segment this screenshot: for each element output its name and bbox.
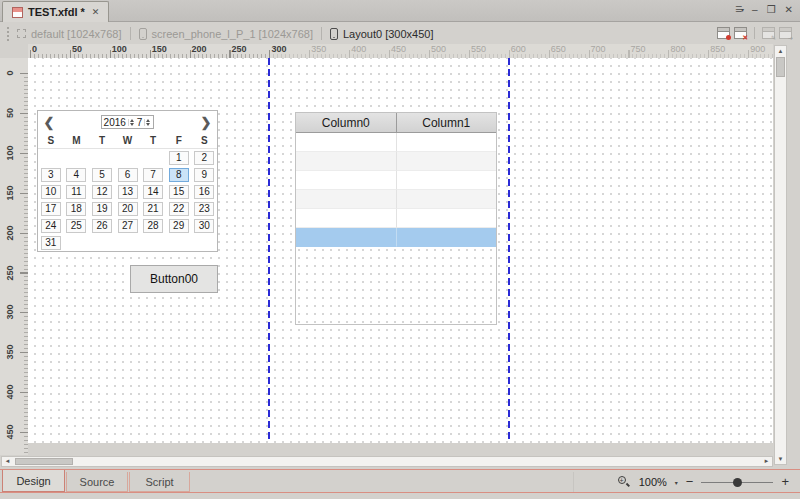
calendar-date-cell[interactable]: 25 xyxy=(64,217,90,234)
calendar-date-cell[interactable]: 26 xyxy=(89,217,115,234)
calendar-date-cell[interactable]: 31 xyxy=(38,234,64,251)
calendar-date[interactable]: 18 xyxy=(66,202,86,216)
grid-cell[interactable] xyxy=(296,228,397,247)
calendar-date-cell[interactable]: 6 xyxy=(115,166,141,183)
calendar-date-cell[interactable]: 22 xyxy=(166,200,192,217)
calendar-date[interactable]: 21 xyxy=(143,202,163,216)
minimize-button[interactable]: – xyxy=(752,4,758,16)
grid-cell[interactable] xyxy=(397,152,497,171)
scroll-right-icon[interactable]: ► xyxy=(761,457,772,466)
add-layout-button[interactable] xyxy=(717,27,730,39)
view-tab-design[interactable]: Design xyxy=(2,470,65,492)
calendar-date[interactable]: 23 xyxy=(194,202,214,216)
calendar-date-cell[interactable]: 10 xyxy=(38,183,64,200)
calendar-date-cell[interactable]: 13 xyxy=(115,183,141,200)
calendar-date[interactable]: 13 xyxy=(118,185,138,199)
calendar-date[interactable]: 11 xyxy=(66,185,86,199)
calendar-date-cell[interactable]: 5 xyxy=(89,166,115,183)
horizontal-scrollbar[interactable]: ◄ ► xyxy=(1,456,773,467)
calendar-spin-box[interactable]: 2016 7 xyxy=(101,115,155,129)
calendar-date-cell[interactable]: 11 xyxy=(64,183,90,200)
button00-widget[interactable]: Button00 xyxy=(130,265,218,293)
vertical-scrollbar[interactable]: ▲ ▼ xyxy=(774,45,787,465)
calendar-date[interactable]: 19 xyxy=(92,202,112,216)
calendar-date[interactable]: 27 xyxy=(118,219,138,233)
calendar-date-cell[interactable]: 19 xyxy=(89,200,115,217)
calendar-date[interactable]: 20 xyxy=(118,202,138,216)
calendar-date[interactable]: 12 xyxy=(92,185,112,199)
calendar-date-cell[interactable]: 29 xyxy=(166,217,192,234)
view-tab-source[interactable]: Source xyxy=(66,472,128,492)
grid-cell[interactable] xyxy=(397,228,497,247)
calendar-date[interactable]: 6 xyxy=(118,168,138,182)
calendar-date-cell[interactable]: 21 xyxy=(140,200,166,217)
calendar-date-cell[interactable]: 12 xyxy=(89,183,115,200)
calendar-date[interactable]: 5 xyxy=(92,168,112,182)
grid-cell[interactable] xyxy=(296,133,397,152)
grid-cell[interactable] xyxy=(397,190,497,209)
grid-cell[interactable] xyxy=(296,171,397,190)
calendar-date-cell[interactable]: 18 xyxy=(64,200,90,217)
calendar-date-cell[interactable]: 8 xyxy=(166,166,192,183)
calendar-date-cell[interactable]: 3 xyxy=(38,166,64,183)
calendar-date-cell[interactable]: 24 xyxy=(38,217,64,234)
calendar-date[interactable]: 30 xyxy=(194,219,214,233)
horizontal-scroll-thumb[interactable] xyxy=(15,458,73,465)
grid-widget[interactable]: Column0Column1 xyxy=(295,112,497,325)
calendar-date-cell[interactable]: 16 xyxy=(191,183,217,200)
toolbar-layout-item[interactable]: screen_phone_l_P_1 [1024x768] xyxy=(139,28,313,40)
calendar-date[interactable]: 31 xyxy=(41,236,61,250)
zoom-dropdown-icon[interactable]: ▾ xyxy=(675,479,678,486)
zoom-slider[interactable] xyxy=(701,476,773,489)
calendar-date[interactable]: 2 xyxy=(194,151,214,165)
calendar-next-icon[interactable]: ❯ xyxy=(195,115,217,130)
zoom-slider-knob[interactable] xyxy=(733,478,742,487)
calendar-date[interactable]: 25 xyxy=(66,219,86,233)
vertical-scroll-thumb[interactable] xyxy=(776,57,785,77)
calendar-date[interactable]: 9 xyxy=(194,168,214,182)
scroll-down-icon[interactable]: ▼ xyxy=(775,454,786,464)
layout-guide-line[interactable] xyxy=(508,58,510,443)
calendar-date-cell[interactable]: 1 xyxy=(166,149,192,166)
calendar-date-cell[interactable]: 30 xyxy=(191,217,217,234)
grid-row[interactable] xyxy=(296,152,496,171)
grid-row[interactable] xyxy=(296,133,496,152)
vertical-ruler[interactable]: 050100150200250300350400450 xyxy=(0,58,28,455)
calendar-date[interactable]: 24 xyxy=(41,219,61,233)
calendar-selected-date[interactable]: 8 xyxy=(169,168,189,182)
calendar-date[interactable]: 17 xyxy=(41,202,61,216)
layout-guide-line[interactable] xyxy=(268,58,270,443)
calendar-date-cell[interactable]: 15 xyxy=(166,183,192,200)
maximize-button[interactable]: ❐ xyxy=(767,4,776,16)
delete-layout-button[interactable]: ✕ xyxy=(734,27,747,39)
calendar-date[interactable]: 4 xyxy=(66,168,86,182)
calendar-date[interactable]: 3 xyxy=(41,168,61,182)
calendar-date[interactable]: 10 xyxy=(41,185,61,199)
calendar-date[interactable]: 29 xyxy=(169,219,189,233)
grid-cell[interactable] xyxy=(296,190,397,209)
month-spinner-icon[interactable] xyxy=(144,119,151,126)
calendar-widget[interactable]: ❮ 2016 7 ❯ SMTWTFS 123456789101112131415… xyxy=(37,110,218,252)
window-menu-button[interactable]: ☰▾ xyxy=(735,4,743,16)
calendar-date[interactable]: 28 xyxy=(143,219,163,233)
grid-selected-row[interactable] xyxy=(296,228,496,247)
toolbar-layout-item[interactable]: default [1024x768] xyxy=(17,28,122,40)
window-close-button[interactable]: ✕ xyxy=(785,4,793,16)
calendar-date[interactable]: 22 xyxy=(169,202,189,216)
grid-row[interactable] xyxy=(296,171,496,190)
calendar-date[interactable]: 26 xyxy=(92,219,112,233)
calendar-date[interactable]: 16 xyxy=(194,185,214,199)
zoom-out-button[interactable]: − xyxy=(686,476,694,488)
scroll-left-icon[interactable]: ◄ xyxy=(2,457,13,466)
calendar-date-cell[interactable]: 27 xyxy=(115,217,141,234)
calendar-date-cell[interactable]: 2 xyxy=(191,149,217,166)
calendar-date[interactable]: 15 xyxy=(169,185,189,199)
grid-column-header[interactable]: Column0 xyxy=(296,113,397,133)
calendar-date-cell[interactable]: 14 xyxy=(140,183,166,200)
zoom-in-button[interactable]: + xyxy=(781,476,789,488)
calendar-date-cell[interactable]: 7 xyxy=(140,166,166,183)
toolbar-layout-item[interactable]: Layout0 [300x450] xyxy=(330,28,434,40)
calendar-date-cell[interactable]: 4 xyxy=(64,166,90,183)
grid-cell[interactable] xyxy=(397,171,497,190)
calendar-prev-icon[interactable]: ❮ xyxy=(38,115,60,130)
